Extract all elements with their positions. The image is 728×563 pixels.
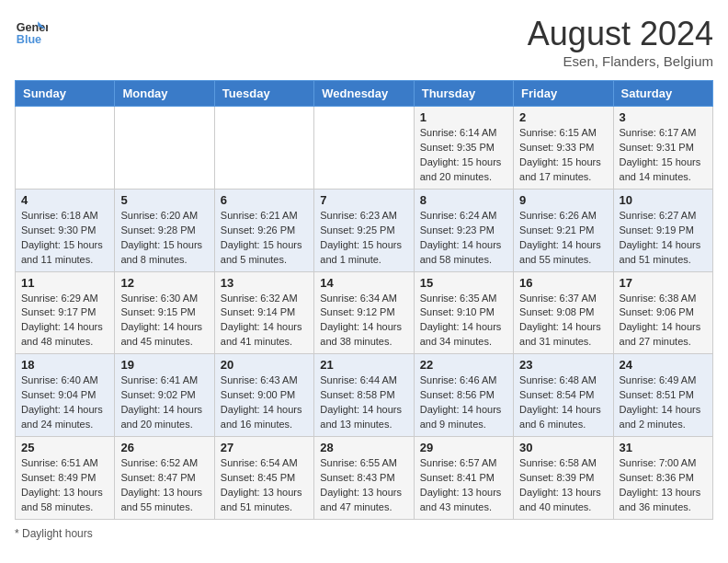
location: Esen, Flanders, Belgium (528, 53, 713, 69)
calendar-cell: 22Sunrise: 6:46 AM Sunset: 8:56 PM Dayli… (414, 354, 513, 437)
day-info: Sunrise: 6:40 AM Sunset: 9:04 PM Dayligh… (21, 373, 108, 432)
day-number: 16 (519, 276, 607, 290)
day-info: Sunrise: 6:29 AM Sunset: 9:17 PM Dayligh… (21, 292, 108, 350)
calendar-cell: 31Sunrise: 7:00 AM Sunset: 8:36 PM Dayli… (613, 437, 712, 520)
weekday-header-monday: Monday (115, 81, 214, 107)
day-number: 23 (519, 358, 607, 372)
daylight-label: Daylight hours (22, 527, 93, 540)
day-number: 7 (320, 193, 407, 207)
calendar-cell: 25Sunrise: 6:51 AM Sunset: 8:49 PM Dayli… (16, 437, 115, 520)
day-number: 27 (221, 441, 308, 454)
calendar-cell: 20Sunrise: 6:43 AM Sunset: 9:00 PM Dayli… (214, 354, 313, 437)
day-number: 19 (120, 358, 208, 372)
day-info: Sunrise: 6:48 AM Sunset: 8:54 PM Dayligh… (519, 373, 607, 432)
day-number: 13 (221, 276, 308, 290)
calendar-cell: 28Sunrise: 6:55 AM Sunset: 8:43 PM Dayli… (314, 437, 414, 520)
logo-icon: General Blue (15, 15, 48, 48)
calendar-week-row: 4Sunrise: 6:18 AM Sunset: 9:30 PM Daylig… (16, 189, 713, 271)
calendar-cell: 19Sunrise: 6:41 AM Sunset: 9:02 PM Dayli… (115, 354, 214, 437)
day-number: 18 (21, 358, 108, 372)
calendar-cell: 16Sunrise: 6:37 AM Sunset: 9:08 PM Dayli… (514, 271, 613, 354)
calendar-cell (115, 107, 214, 190)
day-number: 26 (120, 441, 208, 454)
calendar-cell: 14Sunrise: 6:34 AM Sunset: 9:12 PM Dayli… (314, 271, 414, 354)
weekday-header-friday: Friday (514, 81, 613, 107)
calendar-cell: 17Sunrise: 6:38 AM Sunset: 9:06 PM Dayli… (613, 271, 712, 354)
day-info: Sunrise: 6:55 AM Sunset: 8:43 PM Dayligh… (320, 456, 407, 515)
day-number: 21 (320, 358, 407, 372)
title-block: August 2024 Esen, Flanders, Belgium (528, 15, 713, 69)
day-number: 2 (519, 110, 607, 124)
weekday-header-tuesday: Tuesday (214, 81, 313, 107)
calendar-cell: 3Sunrise: 6:17 AM Sunset: 9:31 PM Daylig… (613, 107, 712, 190)
day-info: Sunrise: 6:58 AM Sunset: 8:39 PM Dayligh… (519, 456, 607, 515)
day-info: Sunrise: 6:49 AM Sunset: 8:51 PM Dayligh… (620, 373, 707, 432)
calendar-cell: 12Sunrise: 6:30 AM Sunset: 9:15 PM Dayli… (115, 271, 214, 354)
calendar-table: SundayMondayTuesdayWednesdayThursdayFrid… (15, 80, 713, 520)
day-info: Sunrise: 6:43 AM Sunset: 9:00 PM Dayligh… (221, 373, 308, 432)
day-number: 31 (620, 441, 707, 454)
day-info: Sunrise: 6:46 AM Sunset: 8:56 PM Dayligh… (420, 373, 507, 432)
calendar-cell: 15Sunrise: 6:35 AM Sunset: 9:10 PM Dayli… (414, 271, 513, 354)
weekday-header-saturday: Saturday (613, 81, 712, 107)
calendar-cell (314, 107, 414, 190)
day-number: 14 (320, 276, 407, 290)
day-info: Sunrise: 6:57 AM Sunset: 8:41 PM Dayligh… (420, 456, 507, 515)
day-number: 22 (420, 358, 507, 372)
day-info: Sunrise: 6:38 AM Sunset: 9:06 PM Dayligh… (620, 292, 707, 350)
day-number: 6 (221, 193, 308, 207)
calendar-cell: 5Sunrise: 6:20 AM Sunset: 9:28 PM Daylig… (115, 189, 214, 271)
day-info: Sunrise: 6:35 AM Sunset: 9:10 PM Dayligh… (420, 292, 507, 350)
calendar-cell: 1Sunrise: 6:14 AM Sunset: 9:35 PM Daylig… (414, 107, 513, 190)
day-info: Sunrise: 6:44 AM Sunset: 8:58 PM Dayligh… (320, 373, 407, 432)
day-number: 28 (320, 441, 407, 454)
day-number: 30 (519, 441, 607, 454)
calendar-cell: 27Sunrise: 6:54 AM Sunset: 8:45 PM Dayli… (214, 437, 313, 520)
calendar-cell: 11Sunrise: 6:29 AM Sunset: 9:17 PM Dayli… (16, 271, 115, 354)
calendar-cell: 8Sunrise: 6:24 AM Sunset: 9:23 PM Daylig… (414, 189, 513, 271)
calendar-cell: 30Sunrise: 6:58 AM Sunset: 8:39 PM Dayli… (514, 437, 613, 520)
calendar-cell: 24Sunrise: 6:49 AM Sunset: 8:51 PM Dayli… (613, 354, 712, 437)
calendar-cell: 6Sunrise: 6:21 AM Sunset: 9:26 PM Daylig… (214, 189, 313, 271)
day-number: 15 (420, 276, 507, 290)
weekday-header-sunday: Sunday (16, 81, 115, 107)
day-number: 10 (620, 193, 707, 207)
day-number: 8 (420, 193, 507, 207)
day-info: Sunrise: 6:41 AM Sunset: 9:02 PM Dayligh… (120, 373, 208, 432)
day-number: 11 (21, 276, 108, 290)
calendar-week-row: 18Sunrise: 6:40 AM Sunset: 9:04 PM Dayli… (16, 354, 713, 437)
calendar-week-row: 25Sunrise: 6:51 AM Sunset: 8:49 PM Dayli… (16, 437, 713, 520)
day-info: Sunrise: 6:17 AM Sunset: 9:31 PM Dayligh… (620, 126, 707, 185)
day-number: 5 (120, 193, 208, 207)
day-info: Sunrise: 6:23 AM Sunset: 9:25 PM Dayligh… (320, 209, 407, 268)
day-info: Sunrise: 6:20 AM Sunset: 9:28 PM Dayligh… (120, 209, 208, 268)
day-number: 4 (21, 193, 108, 207)
day-info: Sunrise: 6:54 AM Sunset: 8:45 PM Dayligh… (221, 456, 308, 515)
day-info: Sunrise: 6:34 AM Sunset: 9:12 PM Dayligh… (320, 292, 407, 350)
day-number: 24 (620, 358, 707, 372)
calendar-cell: 29Sunrise: 6:57 AM Sunset: 8:41 PM Dayli… (414, 437, 513, 520)
svg-text:Blue: Blue (17, 33, 41, 46)
logo: General Blue (15, 15, 48, 48)
day-info: Sunrise: 6:18 AM Sunset: 9:30 PM Dayligh… (21, 209, 108, 268)
day-info: Sunrise: 7:00 AM Sunset: 8:36 PM Dayligh… (620, 456, 707, 515)
calendar-cell: 21Sunrise: 6:44 AM Sunset: 8:58 PM Dayli… (314, 354, 414, 437)
calendar-cell: 23Sunrise: 6:48 AM Sunset: 8:54 PM Dayli… (514, 354, 613, 437)
day-info: Sunrise: 6:24 AM Sunset: 9:23 PM Dayligh… (420, 209, 507, 268)
calendar-cell: 18Sunrise: 6:40 AM Sunset: 9:04 PM Dayli… (16, 354, 115, 437)
day-number: 12 (120, 276, 208, 290)
calendar-cell: 10Sunrise: 6:27 AM Sunset: 9:19 PM Dayli… (613, 189, 712, 271)
calendar-cell: 13Sunrise: 6:32 AM Sunset: 9:14 PM Dayli… (214, 271, 313, 354)
day-number: 1 (420, 110, 507, 124)
calendar-cell (214, 107, 313, 190)
day-number: 17 (620, 276, 707, 290)
day-number: 25 (21, 441, 108, 454)
month-year: August 2024 (528, 15, 713, 53)
calendar-cell: 7Sunrise: 6:23 AM Sunset: 9:25 PM Daylig… (314, 189, 414, 271)
day-info: Sunrise: 6:15 AM Sunset: 9:33 PM Dayligh… (519, 126, 607, 185)
day-number: 3 (620, 110, 707, 124)
day-info: Sunrise: 6:21 AM Sunset: 9:26 PM Dayligh… (221, 209, 308, 268)
day-number: 29 (420, 441, 507, 454)
calendar-cell: 4Sunrise: 6:18 AM Sunset: 9:30 PM Daylig… (16, 189, 115, 271)
calendar-week-row: 1Sunrise: 6:14 AM Sunset: 9:35 PM Daylig… (16, 107, 713, 190)
